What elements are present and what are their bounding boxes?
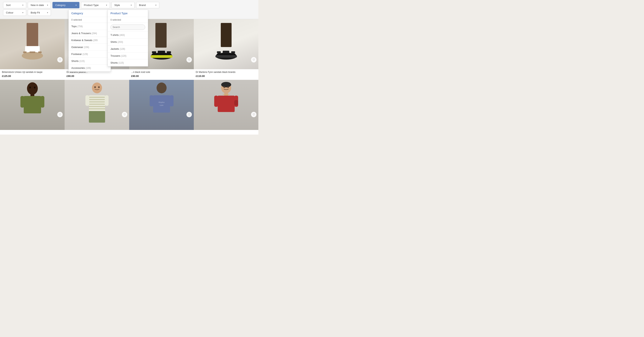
- colour-chevron: ▾: [22, 12, 23, 14]
- svg-rect-5: [30, 52, 35, 53]
- sort-filter[interactable]: Sort ▾: [3, 2, 26, 8]
- svg-rect-40: [89, 104, 105, 105]
- product-type-item-0[interactable]: T-shirts (463): [108, 32, 148, 38]
- svg-rect-38: [89, 99, 105, 100]
- svg-point-61: [224, 86, 225, 88]
- product-image-6: [64, 80, 129, 130]
- product-type-item-3[interactable]: Trousers (120): [108, 52, 148, 60]
- svg-rect-57: [218, 96, 235, 112]
- wishlist-btn-7[interactable]: ♡: [186, 112, 192, 117]
- product-card-8[interactable]: ♡: [194, 80, 258, 134]
- product-type-search-box: [108, 23, 148, 32]
- brand-label: Brand: [139, 4, 146, 6]
- svg-rect-17: [152, 51, 156, 53]
- category-item-label-5: Shorts: [71, 60, 79, 62]
- sort-label: Sort: [6, 4, 10, 6]
- sandal-image-1: [13, 23, 52, 65]
- svg-text:Rhythm: Rhythm: [158, 102, 164, 103]
- category-item-count-4: (129): [82, 53, 88, 56]
- category-item-label-2: Knitwear & Sweats: [71, 39, 92, 42]
- product-price-2: £90.00: [66, 74, 127, 78]
- product-type-search-input[interactable]: [110, 24, 145, 30]
- category-item-6[interactable]: Accessories (106): [69, 64, 111, 72]
- product-image-5: [0, 80, 64, 130]
- wishlist-btn-8[interactable]: ♡: [251, 112, 256, 117]
- product-type-item-label-3: Trousers: [110, 54, 120, 57]
- svg-rect-24: [217, 51, 221, 53]
- product-info-3: ...n black iced sole £90.00: [129, 69, 194, 80]
- category-item-count-2: (265: [93, 39, 98, 42]
- category-item-2[interactable]: Knitwear & Sweats (265: [69, 37, 111, 44]
- filter-row-1: Sort ▾ New in date ▾ Category ▾ Product …: [3, 2, 255, 8]
- brand-filter[interactable]: Brand ▾: [136, 2, 159, 8]
- svg-rect-4: [23, 52, 26, 53]
- product-type-item-label-1: Shirts: [110, 40, 117, 44]
- sort-chevron: ▾: [22, 4, 23, 6]
- product-card-6[interactable]: ♡: [64, 80, 129, 134]
- product-type-item-count-4: (115): [118, 62, 124, 64]
- product-image-1: [0, 19, 64, 69]
- svg-point-47: [98, 86, 100, 88]
- svg-rect-29: [30, 93, 34, 96]
- svg-rect-3: [23, 53, 42, 58]
- product-name-4: Dr Martens Fynn sandals black brando: [196, 71, 256, 74]
- svg-rect-49: [153, 95, 170, 112]
- product-type-item-2[interactable]: Jackets (128): [108, 46, 148, 52]
- svg-rect-18: [158, 51, 165, 53]
- wishlist-btn-3[interactable]: ♡: [186, 57, 192, 62]
- category-item-3[interactable]: Outerwear (156): [69, 44, 111, 51]
- category-dropdown-title: Category: [69, 10, 111, 17]
- product-info-7: [129, 130, 194, 134]
- svg-rect-51: [170, 95, 174, 106]
- product-info-4: Dr Martens Fynn sandals black brando £11…: [194, 69, 258, 80]
- product-card-1[interactable]: ♡ Birkenstock Unisex Uji sandals in taup…: [0, 19, 64, 80]
- svg-rect-42: [89, 108, 105, 109]
- category-label: Category: [55, 4, 66, 6]
- category-filter[interactable]: Category ▾: [52, 2, 80, 8]
- category-item-5[interactable]: Shorts (115): [69, 58, 111, 64]
- body-fit-filter[interactable]: Body Fit ▾: [28, 10, 51, 16]
- svg-rect-50: [150, 95, 154, 106]
- product-name-3: ...n black iced sole: [131, 71, 192, 74]
- product-type-item-4[interactable]: Shorts (115): [108, 60, 148, 66]
- svg-rect-58: [214, 96, 218, 107]
- svg-point-28: [27, 82, 38, 95]
- category-item-label-0: Tops: [71, 25, 76, 28]
- person-image-7: Rhythm Livin: [146, 82, 177, 128]
- svg-rect-6: [38, 52, 42, 53]
- category-dropdown: Category 0 selected Tops (759) Jeans & T…: [68, 10, 111, 72]
- product-card-7[interactable]: Rhythm Livin ♡: [129, 80, 194, 134]
- wishlist-btn-1[interactable]: ♡: [57, 57, 63, 62]
- product-name-1: Birkenstock Unisex Uji sandals in taupe: [2, 71, 63, 74]
- wishlist-btn-6[interactable]: ♡: [122, 112, 127, 117]
- product-type-item-count-3: (120): [121, 54, 126, 57]
- svg-rect-56: [224, 92, 228, 96]
- product-type-label: Product Type: [84, 4, 98, 6]
- product-type-filter[interactable]: Product Type ▾: [81, 2, 110, 8]
- category-item-label-6: Accessories: [71, 66, 85, 70]
- category-item-label-4: Footwear: [71, 53, 82, 56]
- category-item-1[interactable]: Jeans & Trousers (284): [69, 30, 111, 37]
- wishlist-btn-5[interactable]: ♡: [57, 112, 63, 117]
- sandal-image-4: [207, 23, 246, 65]
- svg-rect-31: [20, 96, 24, 108]
- category-item-count-6: (106): [86, 67, 91, 70]
- svg-rect-25: [223, 51, 229, 53]
- product-type-item-label-2: Jackets: [110, 48, 119, 50]
- new-in-date-chevron: ▾: [47, 4, 48, 6]
- brand-chevron: ▾: [156, 4, 156, 6]
- svg-point-55: [221, 82, 231, 87]
- product-type-item-1[interactable]: Shirts (203): [108, 38, 148, 46]
- new-in-date-filter[interactable]: New in date ▾: [28, 2, 51, 8]
- product-card-5[interactable]: ♡: [0, 80, 64, 134]
- colour-filter[interactable]: Colour ▾: [3, 10, 26, 16]
- style-filter[interactable]: Style ▾: [112, 2, 134, 8]
- wishlist-btn-4[interactable]: ♡: [251, 57, 256, 62]
- category-item-0[interactable]: Tops (759): [69, 23, 111, 30]
- svg-rect-27: [215, 55, 237, 58]
- category-selected-count: 0 selected: [69, 17, 111, 23]
- product-card-4[interactable]: ♡ Dr Martens Fynn sandals black brando £…: [194, 19, 258, 80]
- svg-point-46: [94, 86, 96, 88]
- category-item-4[interactable]: Footwear (129): [69, 51, 111, 58]
- category-item-count-3: (156): [84, 46, 89, 48]
